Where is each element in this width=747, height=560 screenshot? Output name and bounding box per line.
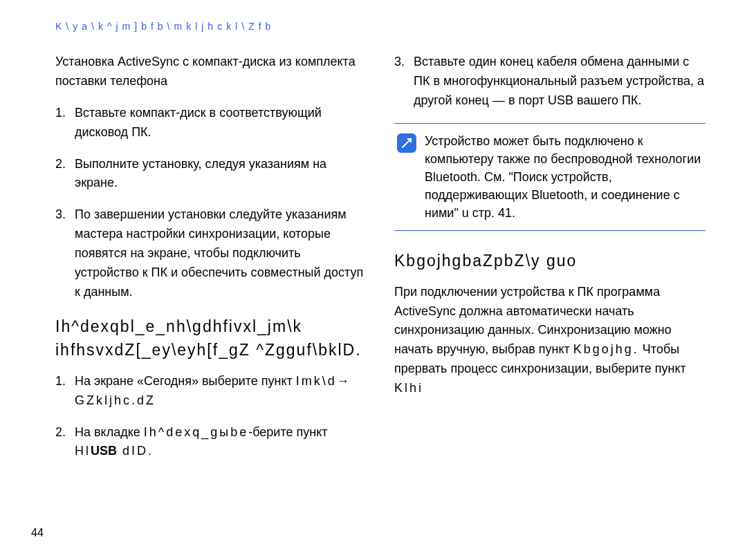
note-box: Устройство может быть подключено к компь… — [394, 123, 706, 231]
svg-point-0 — [403, 146, 404, 147]
left-steps: 1. Вставьте компакт-диск в соответствующ… — [55, 104, 367, 302]
list-item: 1. Вставьте компакт-диск в соответствующ… — [55, 104, 367, 142]
list-item: 2. На вкладке Ih^dexq_gыbе-берите пункт … — [55, 423, 367, 462]
page: K\ya\k^jm]bfb\mkljhckl\Zfb Установка Act… — [0, 0, 747, 560]
usb-bold: USB — [91, 444, 117, 458]
text: dID. — [117, 444, 154, 458]
text: На вкладке — [75, 425, 144, 439]
page-header: K\ya\k^jm]bfb\mkljhckl\Zfb — [55, 21, 706, 32]
step-number: 3. — [55, 205, 75, 301]
tab-name: Ih^dexq_gыbе — [144, 425, 248, 439]
list-item: 3. Вставьте один конец кабеля обмена дан… — [394, 53, 706, 111]
step-text: Выполните установку, следуя указаниям на… — [75, 155, 367, 194]
page-number: 44 — [31, 527, 44, 539]
menu-item: Klhi — [394, 381, 423, 395]
step-number: 1. — [55, 104, 75, 142]
menu-item: Kbgojhg. — [573, 342, 639, 356]
step-number: 1. — [55, 372, 75, 411]
step-text: На экране «Сегодня» выберите пункт Imk\d… — [75, 372, 367, 411]
note-icon — [397, 133, 416, 153]
right-column: 3. Вставьте один конец кабеля обмена дан… — [394, 53, 706, 474]
left-intro: Установка ActiveSync с компакт-диска из … — [55, 53, 367, 91]
text: На экране «Сегодня» выберите пункт — [75, 374, 296, 388]
list-item: 1. На экране «Сегодня» выберите пункт Im… — [55, 372, 367, 411]
right-step3: 3. Вставьте один конец кабеля обмена дан… — [394, 53, 706, 111]
text: -берите пункт — [248, 425, 327, 439]
left-section-heading: Ih^dexqbl_e_nh\gdhfivxl_jm\k ihfhsvxdZ[_… — [55, 315, 367, 362]
right-section-heading: KbgojhgbaZpbZ\y guo — [394, 249, 706, 273]
step-text: По завершении установки следуйте указани… — [75, 205, 367, 301]
left-steps-2: 1. На экране «Сегодня» выберите пункт Im… — [55, 372, 367, 462]
step-text: Вставьте компакт-диск в соответствующий … — [75, 104, 367, 142]
left-column: Установка ActiveSync с компакт-диска из … — [55, 53, 367, 474]
step-number: 2. — [55, 155, 75, 194]
note-text: Устройство может быть подключено к компь… — [425, 132, 703, 222]
step-text: Вставьте один конец кабеля обмена данным… — [414, 53, 706, 111]
step-number: 2. — [55, 423, 75, 462]
step-number: 3. — [394, 53, 414, 111]
list-item: 3. По завершении установки следуйте указ… — [55, 205, 367, 301]
option-name: Hl — [75, 444, 91, 458]
list-item: 2. Выполните установку, следуя указаниям… — [55, 155, 367, 194]
right-paragraph: При подключении устройства к ПК программ… — [394, 283, 706, 398]
columns: Установка ActiveSync с компакт-диска из … — [55, 53, 706, 474]
step-text: На вкладке Ih^dexq_gыbе-берите пункт HlU… — [75, 423, 367, 462]
